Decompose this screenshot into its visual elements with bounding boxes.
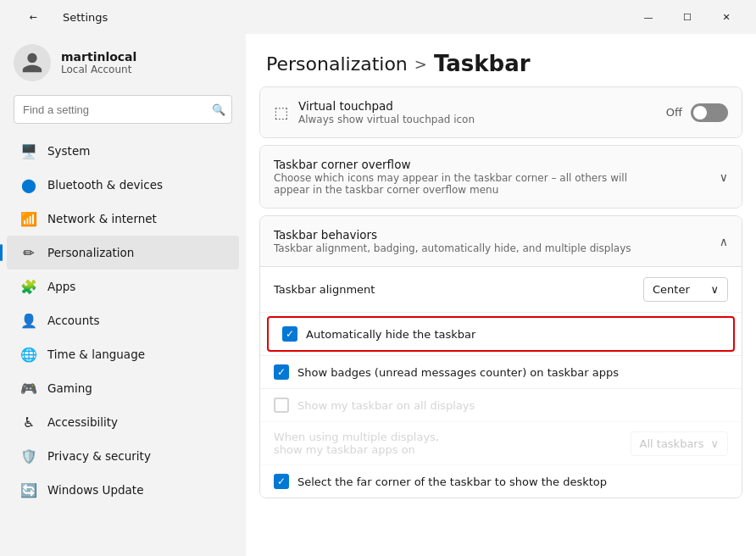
- far-corner-row: ✓ Select the far corner of the taskbar t…: [260, 465, 742, 498]
- show-badges-label: Show badges (unread messages counter) on…: [297, 366, 619, 379]
- multiple-displays-value: All taskbars: [640, 437, 704, 450]
- system-icon: 🖥️: [20, 142, 37, 159]
- sidebar-item-bluetooth[interactable]: ⬤ Bluetooth & devices: [7, 168, 239, 202]
- breadcrumb-parent: Personalization: [266, 53, 408, 75]
- touchpad-title: Virtual touchpad: [298, 99, 475, 113]
- taskbar-behaviors-section: Taskbar behaviors Taskbar alignment, bad…: [259, 215, 742, 498]
- far-corner-label: Select the far corner of the taskbar to …: [297, 475, 607, 488]
- behaviors-title: Taskbar behaviors: [274, 228, 631, 242]
- overflow-subtitle: Choose which icons may appear in the tas…: [274, 172, 630, 196]
- network-icon: 📶: [20, 210, 37, 227]
- sidebar-item-label: Personalization: [47, 246, 134, 259]
- search-box: 🔍: [14, 95, 232, 124]
- apps-icon: 🧩: [20, 278, 37, 295]
- sidebar-item-gaming[interactable]: 🎮 Gaming: [7, 371, 239, 405]
- sidebar-item-system[interactable]: 🖥️ System: [7, 134, 239, 168]
- overflow-chevron-icon[interactable]: ∨: [720, 170, 728, 184]
- show-all-displays-row: Show my taskbar on all displays: [260, 389, 742, 422]
- back-button[interactable]: ←: [14, 3, 53, 31]
- sidebar-item-accounts[interactable]: 👤 Accounts: [7, 303, 239, 337]
- accessibility-icon: ♿: [20, 414, 37, 431]
- behaviors-content: Taskbar alignment Center ∨ ✓ Automatical…: [260, 267, 742, 498]
- sidebar-item-label: Bluetooth & devices: [47, 178, 163, 192]
- sidebar: martinlocal Local Account 🔍 🖥️ System ⬤ …: [0, 34, 246, 556]
- breadcrumb-current: Taskbar: [434, 51, 531, 76]
- checkbox-check-icon: ✓: [286, 328, 294, 340]
- user-subtitle: Local Account: [61, 64, 136, 75]
- bluetooth-icon: ⬤: [20, 176, 37, 193]
- breadcrumb: Personalization > Taskbar: [266, 51, 736, 76]
- sidebar-item-label: Apps: [47, 280, 75, 293]
- page-header: Personalization > Taskbar: [246, 34, 756, 86]
- maximize-button[interactable]: ☐: [668, 3, 707, 31]
- sidebar-item-label: Time & language: [47, 348, 145, 361]
- behaviors-header[interactable]: Taskbar behaviors Taskbar alignment, bad…: [260, 216, 742, 267]
- multiple-displays-dropdown[interactable]: All taskbars ∨: [631, 431, 728, 456]
- minimize-button[interactable]: —: [629, 3, 668, 31]
- far-corner-checkbox[interactable]: ✓: [274, 474, 289, 489]
- sidebar-item-label: Network & internet: [47, 212, 157, 225]
- taskbar-corner-overflow-section: Taskbar corner overflow Choose which ico…: [259, 145, 742, 208]
- alignment-value: Center: [653, 283, 690, 296]
- touchpad-subtitle: Always show virtual touchpad icon: [298, 114, 475, 125]
- virtual-touchpad-row: ⬚ Virtual touchpad Always show virtual t…: [260, 87, 742, 137]
- alignment-dropdown[interactable]: Center ∨: [643, 277, 728, 302]
- toggle-label: Off: [666, 106, 682, 119]
- nav-list: 🖥️ System ⬤ Bluetooth & devices 📶 Networ…: [0, 134, 246, 549]
- search-input[interactable]: [14, 95, 232, 124]
- virtual-touchpad-section: ⬚ Virtual touchpad Always show virtual t…: [259, 86, 742, 138]
- toggle-knob: [693, 106, 707, 120]
- privacy-icon: 🛡️: [20, 448, 37, 464]
- multiple-displays-row: When using multiple displays, show my ta…: [260, 422, 742, 465]
- checkbox-check-icon: ✓: [277, 366, 286, 378]
- sidebar-item-label: Gaming: [47, 381, 92, 395]
- sidebar-item-time[interactable]: 🌐 Time & language: [7, 337, 239, 371]
- dropdown-chevron-icon: ∨: [710, 437, 719, 450]
- overflow-title: Taskbar corner overflow: [274, 158, 630, 171]
- touchpad-toggle[interactable]: [691, 103, 728, 122]
- avatar: [14, 44, 51, 81]
- behaviors-chevron-icon[interactable]: ∧: [720, 235, 728, 248]
- sidebar-item-label: Privacy & security: [47, 449, 151, 463]
- gaming-icon: 🎮: [20, 380, 37, 397]
- auto-hide-row: ✓ Automatically hide the taskbar: [267, 316, 735, 352]
- sidebar-item-label: Windows Update: [47, 483, 143, 497]
- sidebar-item-label: System: [47, 144, 90, 158]
- sidebar-item-accessibility[interactable]: ♿ Accessibility: [7, 405, 239, 439]
- titlebar: ← Settings — ☐ ✕: [0, 0, 756, 34]
- sidebar-item-privacy[interactable]: 🛡️ Privacy & security: [7, 439, 239, 473]
- personalization-icon: ✏️: [20, 244, 37, 261]
- multiple-displays-label: When using multiple displays, show my ta…: [274, 431, 443, 456]
- sidebar-item-label: Accounts: [47, 314, 100, 327]
- alignment-label: Taskbar alignment: [274, 283, 375, 296]
- user-section: martinlocal Local Account: [0, 34, 246, 95]
- behaviors-subtitle: Taskbar alignment, badging, automaticall…: [274, 242, 631, 254]
- show-all-displays-label: Show my taskbar on all displays: [297, 399, 475, 412]
- show-badges-row: ✓ Show badges (unread messages counter) …: [260, 356, 742, 389]
- checkbox-check-icon: ✓: [277, 475, 286, 487]
- sidebar-item-network[interactable]: 📶 Network & internet: [7, 202, 239, 236]
- auto-hide-label: Automatically hide the taskbar: [306, 328, 475, 341]
- overflow-header[interactable]: Taskbar corner overflow Choose which ico…: [260, 146, 742, 208]
- sidebar-item-apps[interactable]: 🧩 Apps: [7, 270, 239, 303]
- sidebar-item-label: Accessibility: [47, 415, 118, 429]
- close-button[interactable]: ✕: [707, 3, 746, 31]
- touchpad-icon: ⬚: [274, 103, 288, 121]
- show-badges-checkbox[interactable]: ✓: [274, 364, 289, 380]
- app-title: Settings: [63, 11, 108, 24]
- update-icon: 🔄: [20, 481, 37, 498]
- breadcrumb-sep: >: [414, 55, 427, 73]
- sidebar-item-update[interactable]: 🔄 Windows Update: [7, 473, 239, 507]
- content-area: Personalization > Taskbar ⬚ Virtual touc…: [246, 34, 756, 556]
- alignment-row: Taskbar alignment Center ∨: [260, 267, 742, 313]
- accounts-icon: 👤: [20, 312, 37, 329]
- time-icon: 🌐: [20, 346, 37, 363]
- dropdown-chevron-icon: ∨: [710, 283, 719, 296]
- sidebar-item-personalization[interactable]: ✏️ Personalization: [7, 236, 239, 270]
- auto-hide-checkbox[interactable]: ✓: [282, 326, 297, 342]
- user-name: martinlocal: [61, 50, 136, 64]
- show-all-displays-checkbox[interactable]: [274, 398, 289, 413]
